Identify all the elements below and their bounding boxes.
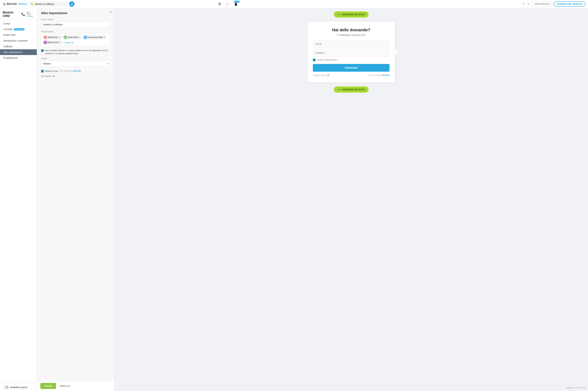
add-block-bottom-label: + AGGIUNGI BLOCCO [340, 88, 365, 91]
importante-badge: ℹ importante [14, 28, 25, 30]
sidebar-item-campi[interactable]: Campi [0, 21, 37, 26]
sidebar-item-label: Contratti [3, 28, 12, 31]
bitrix-text: Bitrix24 [74, 70, 81, 72]
home-icon: 🏠 [3, 2, 6, 5]
add-block-bottom-button[interactable]: + + AGGIUNGI BLOCCO [334, 87, 368, 93]
preview-area: + + AGGIUNGI BLOCCO Hai delle domande? T… [287, 8, 415, 96]
center-content: Altre impostazioni ✕ Nome modulo Modulo … [37, 8, 114, 381]
preview-terms-row: Accetto i Termini d'uso * [313, 59, 390, 61]
add-block-top-label: + AGGIUNGI BLOCCO [340, 13, 365, 16]
user-tag-sofia: SR Sofia Rossi ✕ [43, 35, 62, 39]
powered-bitrix: Bitrix24 [382, 74, 390, 76]
nome-modulo-input[interactable]: Modulo di callback [41, 22, 110, 27]
redo-button[interactable]: ↻ [527, 1, 531, 6]
module-functions-button[interactable]: FUNZIONI DEL MODULO [554, 1, 585, 6]
form-preview-card: Hai delle domande? Ti chiamiamo noi entr… [307, 21, 395, 83]
center-footer: SALVA ANNULLA [37, 381, 114, 391]
mostra-logo-checkbox[interactable] [41, 70, 44, 73]
title-input[interactable]: Modulo di callback [35, 3, 65, 5]
left-panel: Modulo CRM 📞 caso d'uso Callback Campi C… [0, 8, 37, 391]
mobile-icon[interactable]: 📱Nuovo [233, 1, 239, 7]
responsabili-box: SR Sofia Rossi ✕ GV Giulia Verdi ✕ FA Fr… [41, 34, 110, 46]
sidebar-item-intestazione[interactable]: Intestazione e pulsante [0, 38, 37, 44]
tablet-icon[interactable]: ▭ [225, 1, 230, 7]
logo[interactable]: 🏠 Bitrix24.Forms [3, 2, 27, 5]
caso-uso: caso d'uso Callback [26, 11, 34, 17]
cancel-button[interactable]: ANNULLA [58, 383, 72, 389]
sidebar-item-label: Entità CRM [3, 34, 15, 36]
device-switcher: 🖥 ▭ 📱Nuovo [217, 1, 239, 7]
sidebar-item-contratti[interactable]: Contratti ℹ importante [0, 26, 37, 32]
preview-form-subtitle: Ti chiamiamo noi entro 24h [313, 34, 390, 36]
lingua-select-wrapper: Italiano English Deutsch Français Españo… [41, 61, 110, 67]
help-icon: ? [327, 74, 329, 76]
sidebar-item-label: Progettazione [3, 57, 18, 59]
sidebar-item-label: Callback [3, 45, 12, 48]
preview-terms-checkbox[interactable] [313, 59, 316, 61]
expert-mode-label: Modalità esperto [10, 386, 28, 389]
panel-title: Modulo CRM 📞 caso d'uso Callback [3, 11, 34, 18]
preview-footer: Segnala abuso ? Con tecnologia Bitrix24 [313, 74, 390, 76]
add-block-top-button[interactable]: + + AGGIUNGI BLOCCO [334, 11, 368, 17]
title-box[interactable]: ✏️ Modulo di callback [29, 2, 67, 6]
remove-sofia-button[interactable]: ✕ [59, 36, 61, 39]
avatar-sofia: SR [44, 36, 47, 39]
caso-uso-label: caso d'uso [26, 11, 34, 15]
sidebar-item-progettazione[interactable]: Progettazione [0, 55, 37, 61]
preview-telefono-input[interactable] [313, 49, 390, 57]
panel-title-text: Modulo CRM [3, 11, 19, 18]
user-tag-francesca: FA Francesca Arletti ✕ [83, 35, 107, 39]
right-panel-inner: + + AGGIUNGI BLOCCO Hai delle domande? T… [114, 8, 588, 96]
panel-header: Modulo CRM 📞 caso d'uso Callback [0, 8, 37, 19]
remove-giulia-button[interactable]: ✕ [79, 36, 81, 39]
aggiungi-user-button[interactable]: + Aggiungi [63, 41, 73, 44]
main-layout: Modulo CRM 📞 caso d'uso Callback Campi C… [0, 8, 588, 391]
lingua-select[interactable]: Italiano English Deutsch Français Españo… [41, 61, 110, 67]
chiamami-button[interactable]: Chiamami [313, 64, 390, 72]
topbar-right: ↺ ↻ APRI MODULO FUNZIONI DEL MODULO [521, 1, 585, 6]
avatar-francesca: FA [84, 36, 87, 39]
new-badge: Nuovo [234, 1, 240, 3]
avatar-elena: EC [44, 41, 47, 44]
right-panel: + + AGGIUNGI BLOCCO Hai delle domande? T… [114, 8, 588, 391]
remove-elena-button[interactable]: ✕ [59, 41, 61, 44]
desktop-icon[interactable]: 🖥 [217, 1, 222, 6]
logo-forms: Forms [19, 2, 27, 5]
no-responsabile-checkbox[interactable] [41, 49, 44, 52]
undo-button[interactable]: ↺ [521, 1, 525, 6]
collapse-button[interactable]: ‹ [392, 49, 398, 55]
nome-modulo-group: Nome modulo Modulo di callback [41, 18, 110, 27]
sidebar-item-entita[interactable]: Entità CRM [0, 32, 37, 38]
logo-bitrix: Bitrix24 [7, 2, 17, 5]
preview-terms-label: Accetto i Termini d'uso * [317, 59, 338, 61]
close-panel-button[interactable]: ✕ [109, 10, 112, 14]
mostra-logo-row: Mostra il logo Con tecnologia Bitrix24 [41, 70, 110, 73]
id-modulo: ID modulo: 59 [41, 75, 110, 77]
lingua-group: Lingua Italiano English Deutsch Français… [41, 57, 110, 67]
status-text: Aggiornato 4 minuti fa [566, 387, 585, 389]
panel-footer: Modalità esperto [0, 384, 37, 391]
nav-menu: Campi Contratti ℹ importante Entità CRM … [0, 19, 37, 384]
toggle-knob [3, 386, 6, 389]
cloud-save-icon: ☁ [69, 1, 75, 7]
sidebar-item-altre[interactable]: Altre impostazioni [0, 49, 37, 55]
responsabile-group: Responsabile SR Sofia Rossi ✕ GV Giulia … [41, 30, 110, 46]
sidebar-item-label: Intestazione e pulsante [3, 39, 28, 42]
expert-mode-toggle[interactable] [3, 386, 9, 389]
chevron-left-icon: ‹ [395, 51, 395, 53]
con-tecnologia-text: Con tecnologia Bitrix24 [59, 70, 81, 72]
edit-icon: ✏️ [31, 3, 34, 5]
phone-icon: 📞 [21, 12, 25, 16]
nome-modulo-label: Nome modulo [41, 18, 110, 21]
preview-nome-input[interactable] [313, 40, 390, 47]
open-module-button[interactable]: APRI MODULO [532, 1, 552, 6]
user-tag-giulia: GV Giulia Verdi ✕ [63, 35, 82, 39]
center-panel: Altre impostazioni ✕ Nome modulo Modulo … [37, 8, 114, 391]
save-button[interactable]: SALVA [40, 383, 56, 389]
sidebar-item-label: Campi [3, 22, 10, 25]
sidebar-item-label: Altre impostazioni [3, 51, 22, 54]
remove-francesca-button[interactable]: ✕ [104, 36, 105, 39]
sidebar-item-callback[interactable]: Callback [0, 44, 37, 49]
no-responsabile-checkbox-row: Non rendere l'utente un responsabile se … [41, 49, 110, 55]
plus-icon-bottom: + [337, 88, 339, 91]
